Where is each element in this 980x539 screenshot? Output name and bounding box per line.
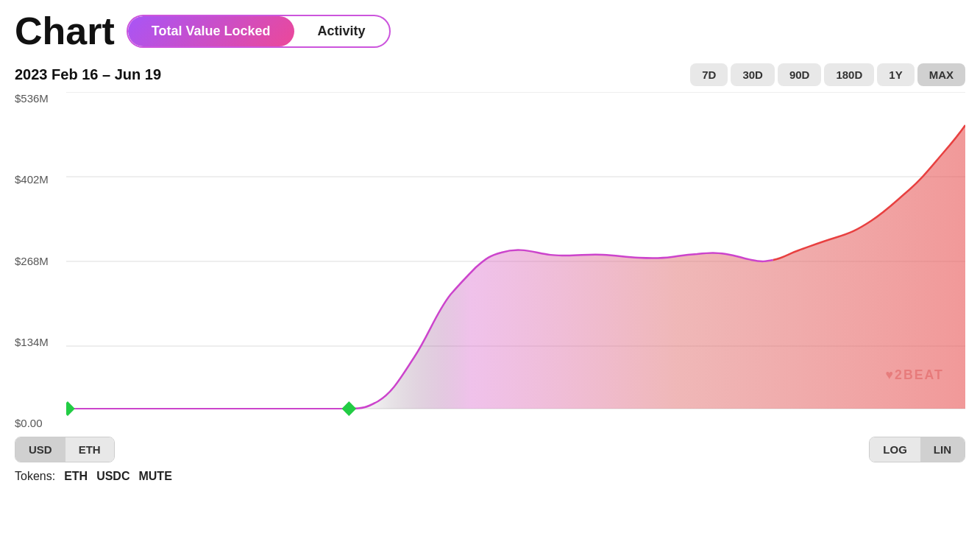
currency-eth[interactable]: ETH	[65, 437, 114, 462]
chart-svg-wrapper: ♥2BEAT	[66, 92, 965, 431]
chart-fill-area	[66, 125, 965, 409]
diamond-right	[341, 401, 356, 416]
page-title: Chart	[15, 12, 115, 50]
period-button-group: 7D 30D 90D 180D 1Y MAX	[690, 63, 965, 86]
tab-tvl[interactable]: Total Value Locked	[128, 16, 294, 46]
period-180d[interactable]: 180D	[824, 63, 874, 86]
y-label-402: $402M	[15, 173, 49, 187]
tokens-row: Tokens: ETH USDC MUTE	[15, 470, 965, 483]
y-label-134: $134M	[15, 336, 49, 350]
period-max[interactable]: MAX	[917, 63, 965, 86]
period-1y[interactable]: 1Y	[877, 63, 914, 86]
diamond-left	[66, 401, 75, 416]
currency-button-group: USD ETH	[15, 437, 115, 462]
scale-log[interactable]: LOG	[870, 437, 920, 462]
period-7d[interactable]: 7D	[690, 63, 728, 86]
scale-button-group: LOG LIN	[869, 437, 965, 462]
period-30d[interactable]: 30D	[731, 63, 775, 86]
period-90d[interactable]: 90D	[778, 63, 822, 86]
y-label-268: $268M	[15, 255, 49, 269]
y-axis-labels: $536M $402M $268M $134M $0.00	[15, 92, 49, 431]
y-label-0: $0.00	[15, 417, 49, 431]
chart-area: $536M $402M $268M $134M $0.00	[15, 92, 965, 431]
chart-type-tabs: Total Value Locked Activity	[127, 15, 391, 48]
y-label-536: $536M	[15, 92, 49, 106]
watermark-text: ♥2BEAT	[886, 367, 944, 382]
token-eth: ETH	[64, 470, 88, 483]
date-range: 2023 Feb 16 – Jun 19	[15, 66, 161, 83]
chart-svg: ♥2BEAT	[66, 92, 965, 431]
scale-lin[interactable]: LIN	[920, 437, 965, 462]
token-usdc: USDC	[96, 470, 129, 483]
bottom-controls: USD ETH LOG LIN	[15, 437, 965, 462]
currency-usd[interactable]: USD	[15, 437, 65, 462]
token-mute: MUTE	[138, 470, 171, 483]
tokens-label: Tokens:	[15, 470, 55, 483]
tab-activity[interactable]: Activity	[294, 16, 389, 46]
